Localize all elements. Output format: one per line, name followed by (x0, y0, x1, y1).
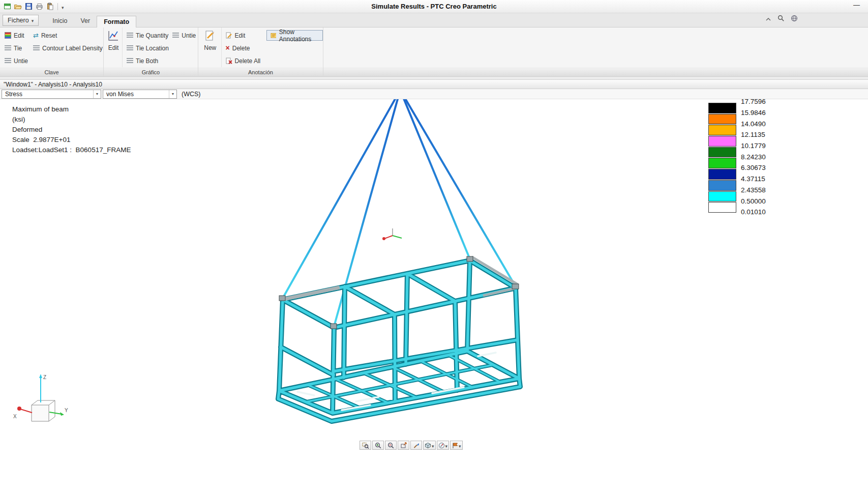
refit-button[interactable] (398, 441, 409, 450)
chevron-down-icon[interactable] (169, 90, 176, 98)
component-combo[interactable]: von Mises (103, 90, 177, 99)
annotation-new-button[interactable]: New (201, 27, 219, 51)
contour-label-density-button[interactable]: Contour Label Density (31, 44, 107, 53)
info-line: Maximum of beam (12, 104, 131, 114)
button-label: Reset (41, 32, 57, 39)
paste-icon[interactable] (46, 3, 54, 11)
graph-untie-button[interactable]: Untie (170, 31, 198, 40)
z-axis-label: Z (43, 374, 46, 380)
group-label-anotacion: Anotación (198, 68, 323, 76)
new-annotation-icon (203, 30, 217, 43)
zoom-out-button[interactable] (385, 441, 397, 450)
frame-structure (278, 256, 520, 421)
graph-edit-button[interactable]: Edit (107, 27, 120, 51)
qat-menu-caret[interactable] (62, 2, 64, 11)
zoom-out-icon (387, 442, 394, 449)
legend-value: 12.1135 (741, 129, 766, 140)
button-label: New (204, 44, 216, 51)
annotation-delete-all-button[interactable]: Delete All (224, 56, 263, 66)
info-line: (ksi) (12, 114, 131, 125)
zoom-in-button[interactable] (372, 441, 384, 450)
display-style-button[interactable] (423, 441, 436, 450)
edit-pencil-icon (226, 32, 232, 39)
window-icon[interactable] (3, 3, 11, 11)
delete-x-icon: × (226, 45, 230, 51)
legend-swatch (708, 147, 736, 158)
annotation-edit-button[interactable]: Edit (224, 31, 263, 40)
toggle-label: Show Annotations (279, 28, 319, 43)
save-icon[interactable] (24, 3, 33, 11)
tie-icon (5, 45, 11, 51)
view-manager-button[interactable] (450, 441, 463, 450)
display-style-cube-icon (425, 442, 431, 449)
csys-label: (WCS) (182, 91, 201, 98)
ribbon-group-clave: Edit ⇄ Reset Tie Contour Label Density U… (0, 27, 104, 76)
world-csys: Z Y X (13, 374, 68, 421)
zoom-window-icon (362, 442, 369, 449)
annotation-note-icon (271, 32, 276, 39)
fringe-legend: 17.759615.984614.049012.113510.17798.242… (708, 96, 766, 218)
legend-value: 17.7596 (741, 96, 766, 107)
quantity-combo[interactable]: Stress (2, 90, 101, 99)
tab-formato[interactable]: Formato (97, 16, 136, 27)
tab-ver[interactable]: Ver (74, 15, 97, 27)
globe-icon[interactable] (791, 15, 798, 24)
collapse-ribbon-icon[interactable] (765, 15, 771, 24)
info-line: Scale 2.9877E+01 (12, 135, 131, 145)
graph-tie-location-button[interactable]: Tie Location (125, 44, 198, 53)
show-annotations-toggle[interactable]: Show Annotations (266, 30, 323, 41)
saved-orientations-button[interactable] (437, 441, 450, 450)
legend-tie-button[interactable]: Tie (3, 44, 31, 53)
info-line: Deformed (12, 125, 131, 135)
contour-density-icon (33, 45, 40, 51)
graph-tie-both-button[interactable]: Tie Both (125, 56, 198, 66)
legend-untie-button[interactable]: Untie (3, 56, 31, 66)
legend-value: 14.0490 (741, 118, 766, 129)
legend-values: 17.759615.984614.049012.113510.17798.242… (741, 96, 766, 218)
minimize-button[interactable]: — (853, 1, 860, 9)
view-toolbar (360, 441, 463, 450)
legend-value: 15.9846 (741, 107, 766, 119)
result-window-header[interactable]: "Window1" - Analysis10 - Analysis10 (0, 79, 868, 89)
zoom-window-button[interactable] (360, 441, 371, 450)
line-chart-icon (107, 30, 120, 43)
component-combo-value: von Mises (106, 91, 134, 98)
legend-value: 8.24230 (741, 151, 766, 162)
legend-value: 10.1779 (741, 140, 766, 152)
legend-reset-button[interactable]: ⇄ Reset (31, 31, 107, 40)
annotation-delete-button[interactable]: × Delete (224, 44, 263, 53)
button-label: Tie Both (136, 57, 158, 65)
legend-value: 2.43558 (741, 185, 766, 196)
print-icon[interactable] (35, 3, 43, 11)
saved-orientations-icon (438, 442, 445, 449)
legend-value: 0.50000 (741, 195, 766, 207)
legend-edit-button[interactable]: Edit (3, 31, 31, 40)
open-icon[interactable] (14, 3, 22, 11)
legend-swatch (708, 169, 736, 180)
file-menu-button[interactable]: Fichero (3, 15, 39, 26)
repaint-button[interactable] (410, 441, 422, 450)
titlebar: Simulate Results - PTC Creo Parametric — (0, 0, 868, 13)
refit-icon (400, 442, 407, 449)
ribbon: Edit ⇄ Reset Tie Contour Label Density U… (0, 27, 868, 77)
legend-swatch (708, 180, 736, 191)
search-icon[interactable] (777, 15, 785, 24)
tie-location-icon (127, 45, 133, 51)
legend-swatch (708, 103, 736, 113)
graph-tie-quantity-button[interactable]: Tie Quantity (125, 31, 170, 40)
legend-swatch (708, 191, 736, 202)
ribbon-group-anotacion: New Edit × Delete (198, 27, 323, 76)
chevron-down-icon[interactable] (93, 90, 101, 98)
button-label: Edit (235, 32, 246, 39)
legend-swatch (708, 136, 736, 147)
button-label: Edit (108, 44, 119, 51)
graphics-viewport[interactable]: Z Y X Maximum of beam (ksi) Deformed Sca… (0, 99, 868, 491)
legend-swatch (708, 158, 736, 168)
legend-value: 6.30673 (741, 162, 766, 174)
button-label: Edit (14, 32, 24, 39)
y-axis-label: Y (65, 408, 68, 413)
info-line: Loadset:LoadSet1 : B060517_FRAME (12, 145, 131, 155)
tab-inicio[interactable]: Inicio (46, 15, 74, 27)
quantity-combo-value: Stress (5, 91, 22, 98)
chevron-down-icon (32, 17, 34, 24)
